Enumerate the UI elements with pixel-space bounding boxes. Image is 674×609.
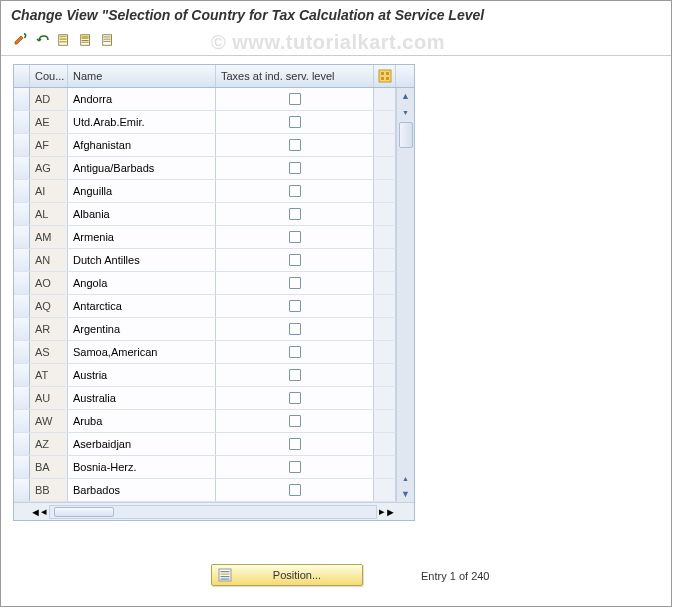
row-selector[interactable] (14, 134, 30, 156)
table-row[interactable]: AQAntarctica (14, 295, 414, 318)
svg-rect-11 (104, 41, 111, 42)
undo-button[interactable] (33, 31, 51, 49)
hscroll-right-icon[interactable]: ► (385, 506, 396, 518)
tax-checkbox[interactable] (289, 323, 301, 335)
deselect-all-button[interactable] (99, 31, 117, 49)
table-row[interactable]: ALAlbania (14, 203, 414, 226)
table-row[interactable]: ADAndorra (14, 88, 414, 111)
row-selector[interactable] (14, 410, 30, 432)
table-row[interactable]: AFAfghanistan (14, 134, 414, 157)
country-name-cell: Antigua/Barbads (68, 157, 216, 179)
tax-checkbox-cell (216, 456, 374, 478)
content-area: Cou... Name Taxes at ind. serv. level AD… (1, 55, 671, 529)
vscroll-thumb[interactable] (399, 122, 413, 148)
row-gap (374, 479, 396, 501)
table-row[interactable]: BABosnia-Herz. (14, 456, 414, 479)
row-selector[interactable] (14, 479, 30, 501)
table-row[interactable]: AOAngola (14, 272, 414, 295)
table-row[interactable]: ANDutch Antilles (14, 249, 414, 272)
row-selector[interactable] (14, 157, 30, 179)
vscroll-up-icon[interactable]: ▲ (398, 88, 414, 104)
row-selector[interactable] (14, 272, 30, 294)
hscroll-track[interactable] (49, 505, 377, 519)
position-button[interactable]: Position... (211, 564, 363, 586)
column-header-name[interactable]: Name (68, 65, 216, 87)
horizontal-scrollbar[interactable]: ◄ ◂ ▸ ► (14, 502, 414, 520)
tax-checkbox[interactable] (289, 415, 301, 427)
svg-rect-9 (104, 37, 111, 38)
table-row[interactable]: ASSamoa,American (14, 341, 414, 364)
tax-checkbox[interactable] (289, 392, 301, 404)
row-selector[interactable] (14, 88, 30, 110)
row-selector[interactable] (14, 295, 30, 317)
row-selector[interactable] (14, 341, 30, 363)
vscroll-down-icon[interactable]: ▼ (398, 486, 414, 502)
hscroll-left-inner-icon[interactable]: ◂ (41, 505, 47, 518)
row-selector[interactable] (14, 364, 30, 386)
select-block-button[interactable] (77, 31, 95, 49)
row-gap (374, 272, 396, 294)
country-code-cell: AD (30, 88, 68, 110)
tax-checkbox[interactable] (289, 277, 301, 289)
select-all-button[interactable] (55, 31, 73, 49)
tax-checkbox[interactable] (289, 231, 301, 243)
table-settings-button[interactable] (374, 65, 396, 87)
svg-rect-2 (60, 38, 67, 40)
row-selector[interactable] (14, 249, 30, 271)
tax-checkbox-cell (216, 249, 374, 271)
svg-rect-1 (60, 36, 67, 38)
vscroll-page-down-icon[interactable]: ▲ (398, 470, 414, 486)
row-selector[interactable] (14, 180, 30, 202)
tax-checkbox[interactable] (289, 300, 301, 312)
country-code-cell: AM (30, 226, 68, 248)
tax-checkbox[interactable] (289, 116, 301, 128)
country-name-cell: Angola (68, 272, 216, 294)
tax-checkbox[interactable] (289, 254, 301, 266)
row-selector[interactable] (14, 387, 30, 409)
tax-checkbox[interactable] (289, 162, 301, 174)
tax-checkbox[interactable] (289, 139, 301, 151)
tax-checkbox[interactable] (289, 185, 301, 197)
tax-checkbox[interactable] (289, 208, 301, 220)
table-row[interactable]: AMArmenia (14, 226, 414, 249)
column-header-code[interactable]: Cou... (30, 65, 68, 87)
tax-checkbox[interactable] (289, 346, 301, 358)
row-selector[interactable] (14, 203, 30, 225)
hscroll-left-icon[interactable]: ◄ (30, 506, 41, 518)
table-row[interactable]: ARArgentina (14, 318, 414, 341)
country-code-cell: AT (30, 364, 68, 386)
tax-checkbox-cell (216, 318, 374, 340)
position-button-label: Position... (238, 569, 356, 581)
row-selector[interactable] (14, 433, 30, 455)
table-row[interactable]: AEUtd.Arab.Emir. (14, 111, 414, 134)
hscroll-thumb[interactable] (54, 507, 114, 517)
select-all-header[interactable] (14, 65, 30, 87)
tax-checkbox-cell (216, 180, 374, 202)
tax-checkbox-cell (216, 364, 374, 386)
table-row[interactable]: AGAntigua/Barbads (14, 157, 414, 180)
row-selector[interactable] (14, 226, 30, 248)
tax-checkbox[interactable] (289, 438, 301, 450)
row-selector[interactable] (14, 111, 30, 133)
row-selector[interactable] (14, 456, 30, 478)
table-row[interactable]: AUAustralia (14, 387, 414, 410)
tax-checkbox[interactable] (289, 484, 301, 496)
toggle-display-change-button[interactable] (11, 31, 29, 49)
row-selector[interactable] (14, 318, 30, 340)
row-gap (374, 433, 396, 455)
country-name-cell: Aserbaidjan (68, 433, 216, 455)
tax-checkbox[interactable] (289, 93, 301, 105)
svg-rect-3 (60, 41, 67, 43)
row-gap (374, 410, 396, 432)
table-row[interactable]: AZAserbaidjan (14, 433, 414, 456)
table-row[interactable]: ATAustria (14, 364, 414, 387)
vertical-scrollbar[interactable]: ▲ ▼ ▲ ▼ (396, 88, 414, 502)
table-row[interactable]: BBBarbados (14, 479, 414, 502)
table-row[interactable]: AIAnguilla (14, 180, 414, 203)
tax-checkbox[interactable] (289, 461, 301, 473)
table-row[interactable]: AWAruba (14, 410, 414, 433)
column-header-tax[interactable]: Taxes at ind. serv. level (216, 65, 374, 87)
tax-checkbox[interactable] (289, 369, 301, 381)
vscroll-page-up-icon[interactable]: ▼ (398, 104, 414, 120)
country-code-cell: AW (30, 410, 68, 432)
